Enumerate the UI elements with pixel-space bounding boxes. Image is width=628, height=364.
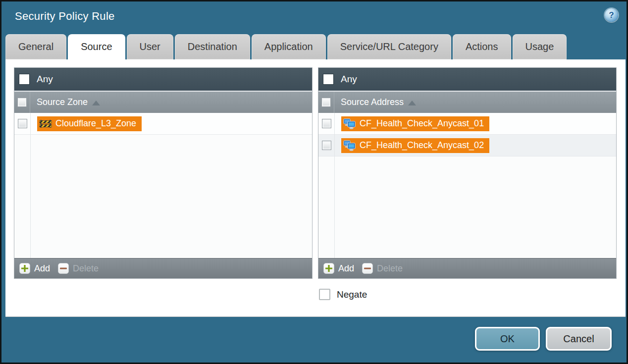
security-policy-rule-dialog: Security Policy Rule ? General Source Us… bbox=[0, 0, 628, 364]
source-zone-column-header: Source Zone bbox=[14, 91, 312, 113]
column-header-label: Source Zone bbox=[37, 97, 88, 107]
table-row[interactable]: Cloudflare_L3_Zone bbox=[14, 113, 312, 135]
source-zone-panel: Any Source Zone bbox=[14, 67, 313, 279]
source-address-any-checkbox[interactable] bbox=[323, 74, 334, 85]
row-checkbox[interactable] bbox=[322, 119, 331, 128]
table-row[interactable]: CF_Health_Check_Anycast_01 bbox=[318, 113, 616, 135]
delete-label: Delete bbox=[73, 263, 99, 274]
source-zone-any-bar: Any bbox=[14, 68, 312, 91]
add-label: Add bbox=[34, 263, 50, 274]
tab-destination[interactable]: Destination bbox=[175, 34, 250, 59]
zone-barrier-icon bbox=[39, 118, 52, 129]
source-address-rows: CF_Health_Check_Anycast_01 bbox=[318, 113, 616, 258]
tab-actions[interactable]: Actions bbox=[453, 34, 511, 59]
tab-source[interactable]: Source bbox=[68, 34, 125, 59]
add-label: Add bbox=[338, 263, 354, 274]
plus-icon bbox=[323, 263, 334, 274]
sort-ascending-icon[interactable] bbox=[92, 101, 100, 105]
row-checkbox-cell bbox=[318, 119, 334, 128]
source-address-select-all-checkbox[interactable] bbox=[321, 98, 331, 107]
table-row[interactable]: CF_Health_Check_Anycast_02 bbox=[318, 135, 616, 156]
sort-ascending-icon[interactable] bbox=[408, 101, 416, 105]
negate-label: Negate bbox=[337, 289, 367, 300]
minus-icon bbox=[58, 263, 69, 274]
select-all-cell bbox=[14, 92, 30, 113]
row-label: Cloudflare_L3_Zone bbox=[55, 118, 136, 129]
tab-bar: General Source User Destination Applicat… bbox=[5, 34, 567, 59]
add-button[interactable]: Add bbox=[19, 263, 50, 274]
row-checkbox[interactable] bbox=[18, 119, 27, 128]
row-checkbox[interactable] bbox=[322, 141, 331, 150]
source-address-panel: Any Source Address bbox=[318, 67, 617, 279]
source-zone-any-checkbox[interactable] bbox=[19, 74, 30, 85]
row-label: CF_Health_Check_Anycast_01 bbox=[360, 118, 484, 129]
title-bar: Security Policy Rule ? bbox=[1, 1, 627, 33]
delete-button[interactable]: Delete bbox=[362, 263, 403, 274]
ok-button[interactable]: OK bbox=[475, 327, 540, 351]
source-tab-content: Any Source Zone bbox=[5, 59, 626, 317]
delete-label: Delete bbox=[377, 263, 403, 274]
any-label: Any bbox=[341, 74, 357, 85]
select-all-cell bbox=[318, 92, 334, 113]
row-checkbox-cell bbox=[318, 141, 334, 150]
network-host-icon bbox=[343, 118, 356, 129]
source-zone-select-all-checkbox[interactable] bbox=[17, 98, 27, 107]
tab-general[interactable]: General bbox=[5, 34, 66, 59]
tab-service-url-category[interactable]: Service/URL Category bbox=[327, 34, 451, 59]
add-button[interactable]: Add bbox=[323, 263, 354, 274]
selected-zone-pill[interactable]: Cloudflare_L3_Zone bbox=[37, 116, 142, 131]
selected-address-pill[interactable]: CF_Health_Check_Anycast_02 bbox=[341, 138, 489, 153]
cancel-button[interactable]: Cancel bbox=[546, 327, 612, 351]
tab-usage[interactable]: Usage bbox=[513, 34, 567, 59]
source-zone-rows: Cloudflare_L3_Zone bbox=[14, 113, 312, 258]
selected-address-pill[interactable]: CF_Health_Check_Anycast_01 bbox=[341, 116, 489, 131]
row-checkbox-cell bbox=[14, 119, 30, 128]
tab-application[interactable]: Application bbox=[252, 34, 326, 59]
source-address-column-header: Source Address bbox=[318, 91, 616, 113]
plus-icon bbox=[19, 263, 30, 274]
tab-user[interactable]: User bbox=[127, 34, 173, 59]
page-title: Security Policy Rule bbox=[15, 10, 115, 23]
column-header-label: Source Address bbox=[341, 97, 404, 107]
minus-icon bbox=[362, 263, 373, 274]
source-address-any-bar: Any bbox=[318, 68, 616, 91]
delete-button[interactable]: Delete bbox=[58, 263, 99, 274]
negate-checkbox[interactable] bbox=[319, 289, 330, 300]
row-label: CF_Health_Check_Anycast_02 bbox=[360, 140, 484, 151]
negate-option: Negate bbox=[319, 289, 367, 300]
any-label: Any bbox=[37, 74, 53, 85]
network-host-icon bbox=[343, 140, 356, 151]
source-zone-toolbar: Add Delete bbox=[14, 258, 312, 278]
help-icon[interactable]: ? bbox=[605, 8, 618, 22]
source-address-toolbar: Add Delete bbox=[318, 258, 616, 278]
